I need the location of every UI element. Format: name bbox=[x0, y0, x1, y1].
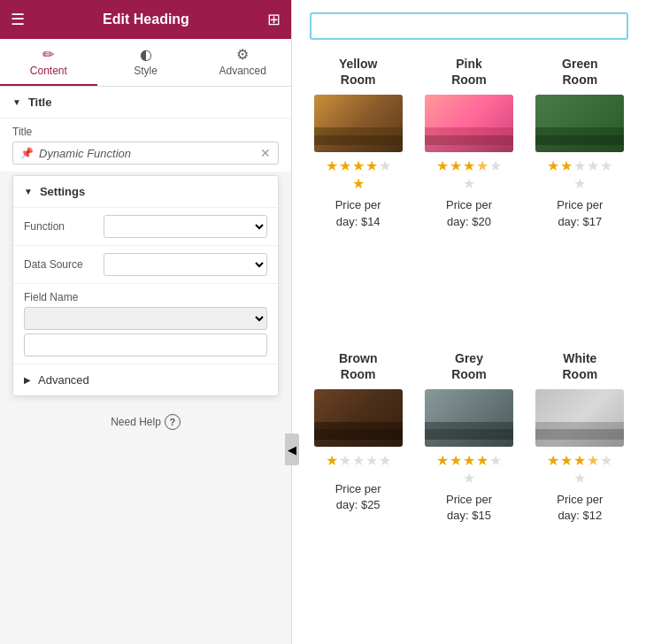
star: ★ bbox=[547, 452, 559, 469]
stars-white: ★ ★ ★ ★ ★ ★ bbox=[547, 452, 612, 487]
star: ★ bbox=[573, 452, 586, 469]
star: ★ bbox=[436, 157, 449, 174]
advanced-arrow-icon: ▶ bbox=[24, 375, 31, 385]
room-name-yellow: YellowRoom bbox=[339, 56, 378, 88]
star: ★ bbox=[560, 452, 573, 469]
star-empty: ★ bbox=[379, 452, 391, 469]
room-name-brown: BrownRoom bbox=[339, 350, 378, 382]
pin-icon: 📌 bbox=[20, 147, 34, 159]
price-yellow: Price perday: $14 bbox=[335, 197, 381, 229]
star: ★ bbox=[326, 452, 338, 469]
need-help-area: Need Help ? bbox=[0, 400, 291, 442]
tab-advanced[interactable]: ⚙ Advanced bbox=[194, 39, 291, 86]
star-empty: ★ bbox=[352, 452, 365, 469]
star-empty: ★ bbox=[573, 470, 586, 487]
settings-area: ▼ Settings Function Data Source bbox=[0, 175, 291, 396]
data-source-label: Data Source bbox=[24, 258, 104, 271]
content-tab-icon: ✏ bbox=[42, 46, 54, 63]
room-card-brown: BrownRoom ★ ★ ★ ★ ★ Price perday: $25 bbox=[310, 350, 406, 636]
settings-header[interactable]: ▼ Settings bbox=[13, 176, 278, 208]
room-image-green bbox=[535, 95, 624, 152]
star: ★ bbox=[463, 157, 475, 174]
settings-arrow-icon: ▼ bbox=[24, 187, 33, 196]
room-image-pink bbox=[425, 95, 513, 152]
search-bar-area bbox=[292, 0, 646, 47]
star: ★ bbox=[365, 157, 378, 174]
advanced-label: Advanced bbox=[38, 373, 89, 387]
star: ★ bbox=[476, 452, 488, 469]
title-section-label: Title bbox=[28, 96, 52, 109]
tab-style[interactable]: ◐ Style bbox=[97, 39, 195, 86]
advanced-row[interactable]: ▶ Advanced bbox=[13, 364, 278, 395]
dynamic-function-text: Dynamic Function bbox=[39, 147, 260, 160]
star-empty: ★ bbox=[365, 452, 378, 469]
stars-grey: ★ ★ ★ ★ ★ ★ bbox=[436, 452, 502, 487]
star-empty: ★ bbox=[463, 470, 475, 487]
field-name-input[interactable] bbox=[24, 334, 267, 356]
price-grey: Price perday: $15 bbox=[446, 492, 492, 524]
tab-advanced-label: Advanced bbox=[219, 65, 265, 77]
star-empty: ★ bbox=[463, 175, 475, 192]
function-row: Function bbox=[13, 208, 278, 246]
dynamic-input-wrapper: 📌 Dynamic Function ✕ bbox=[12, 142, 279, 165]
star-empty: ★ bbox=[573, 175, 586, 192]
function-select[interactable] bbox=[104, 215, 267, 238]
star: ★ bbox=[326, 157, 338, 174]
hamburger-icon[interactable]: ☰ bbox=[11, 10, 25, 29]
star-empty: ★ bbox=[573, 157, 586, 174]
price-green: Price perday: $17 bbox=[557, 197, 603, 229]
search-input[interactable] bbox=[310, 12, 628, 40]
stars-green: ★ ★ ★ ★ ★ ★ bbox=[547, 157, 612, 192]
price-brown: Price perday: $25 bbox=[335, 481, 381, 513]
star-empty: ★ bbox=[489, 452, 502, 469]
room-image-yellow bbox=[314, 95, 403, 152]
room-name-white: WhiteRoom bbox=[562, 350, 597, 382]
stars-yellow: ★ ★ ★ ★ ★ ★ bbox=[326, 157, 391, 192]
stars-pink: ★ ★ ★ ★ ★ ★ bbox=[436, 157, 502, 192]
star: ★ bbox=[450, 157, 462, 174]
help-circle-icon: ? bbox=[165, 414, 181, 430]
tab-style-label: Style bbox=[134, 65, 158, 77]
title-field-row: Title 📌 Dynamic Function ✕ bbox=[0, 119, 291, 172]
star-empty: ★ bbox=[339, 452, 351, 469]
left-panel: ☰ Edit Heading ⊞ ✏ Content ◐ Style ⚙ Adv… bbox=[0, 0, 292, 644]
price-white: Price perday: $12 bbox=[557, 492, 603, 524]
need-help-link[interactable]: Need Help ? bbox=[12, 414, 279, 430]
collapse-icon: ◀ bbox=[288, 443, 296, 456]
settings-dropdown: ▼ Settings Function Data Source bbox=[12, 175, 279, 396]
top-bar: ☰ Edit Heading ⊞ bbox=[0, 0, 291, 39]
star-empty: ★ bbox=[600, 157, 612, 174]
star: ★ bbox=[450, 452, 462, 469]
room-image-white bbox=[535, 389, 624, 447]
grid-icon[interactable]: ⊞ bbox=[267, 10, 281, 29]
star-half: ★ bbox=[587, 452, 599, 469]
tab-content[interactable]: ✏ Content bbox=[0, 39, 97, 86]
room-name-grey: GreyRoom bbox=[451, 350, 487, 382]
tab-content-label: Content bbox=[30, 65, 67, 77]
room-name-pink: PinkRoom bbox=[451, 56, 487, 88]
room-image-brown bbox=[314, 389, 403, 447]
field-name-row: Field Name bbox=[13, 284, 278, 364]
star: ★ bbox=[560, 157, 573, 174]
star-extra: ★ bbox=[352, 175, 365, 192]
star-empty: ★ bbox=[587, 157, 599, 174]
advanced-tab-icon: ⚙ bbox=[236, 46, 249, 63]
rooms-grid: YellowRoom ★ ★ ★ ★ ★ ★ Price perday: $14 bbox=[292, 47, 646, 644]
collapse-button[interactable]: ◀ bbox=[285, 433, 299, 465]
settings-label: Settings bbox=[40, 185, 85, 198]
room-name-green: GreenRoom bbox=[562, 56, 597, 88]
tabs-bar: ✏ Content ◐ Style ⚙ Advanced bbox=[0, 39, 291, 87]
data-source-row: Data Source bbox=[13, 246, 278, 284]
star: ★ bbox=[463, 452, 475, 469]
title-arrow-icon: ▼ bbox=[12, 97, 21, 107]
field-name-select[interactable] bbox=[24, 307, 267, 330]
star: ★ bbox=[547, 157, 559, 174]
collapse-panel: ◀ bbox=[285, 433, 299, 465]
clear-button[interactable]: ✕ bbox=[260, 146, 271, 160]
data-source-select[interactable] bbox=[104, 253, 267, 276]
title-label: Title bbox=[12, 126, 279, 138]
room-card-pink: PinkRoom ★ ★ ★ ★ ★ ★ Price perday: $20 bbox=[420, 56, 517, 341]
star-half: ★ bbox=[476, 157, 488, 174]
title-section-header: ▼ Title bbox=[0, 87, 291, 119]
room-card-grey: GreyRoom ★ ★ ★ ★ ★ ★ Price perday: $15 bbox=[420, 350, 517, 636]
